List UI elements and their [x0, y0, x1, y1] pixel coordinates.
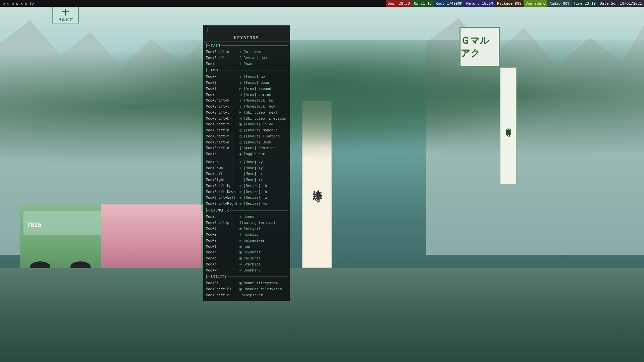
- kb-row: Mod+Shift+j ↓ [Movestack] down: [203, 104, 290, 110]
- search-input[interactable]: [205, 26, 288, 33]
- kb-row: Mod+Shift+f ▢ [Layout] Floating: [203, 133, 290, 139]
- kb-row: Mod+Shift+Down ⊕ [Resize] +h: [203, 189, 290, 195]
- tb-up: Up 21.15: [412, 0, 434, 7]
- logo-bottom: サルビア: [58, 17, 73, 22]
- kb-row: Mod+Shift+Left ⊕ [Resize] -w: [203, 195, 290, 201]
- ground: [0, 268, 644, 362]
- topbar-right: Down 28.38 Up 21.15 Root 174990M Memory …: [386, 0, 644, 7]
- tb-audio: Audio 80%: [547, 0, 572, 7]
- kb-row: Mod+Shift+q ⊕ Quit dwm: [203, 49, 290, 55]
- kb-row: Mod+c ▣ calcurse: [203, 255, 290, 261]
- train-pink: [101, 204, 201, 272]
- kb-row: Mod+Shift+d [Layout] Centered: [203, 145, 290, 151]
- kb-row: Mod+l ⊢ [Area] expand: [203, 86, 290, 92]
- kb-row: Mod+Shift+r C Restart dwm: [203, 55, 290, 61]
- background-scene: 7025 法浄寺 Ｇマルアク 西本販寺: [0, 7, 644, 362]
- foliage-overlay: [0, 40, 644, 174]
- section-launcher: LAUNCHER: [203, 207, 290, 214]
- tb-date: Date Sun-10/01/2021: [598, 0, 644, 7]
- kb-row: Mod+Shift+c Colorpicker: [203, 292, 290, 298]
- kb-row: Mod+t ▣ terminal: [203, 226, 290, 232]
- section-utility: UTILITY: [203, 273, 290, 280]
- kb-row: Mod+Up ↑ [Move] -y: [203, 159, 290, 165]
- kb-row: Mod+Down ↓ [Move] +y: [203, 165, 290, 171]
- logo-box: 十 サルビア: [52, 7, 79, 23]
- topbar-workspace: p u m p k o [D]: [0, 1, 39, 6]
- kb-row: Mod+f ▣ nnn: [203, 244, 290, 250]
- kb-row: Mod+Shift+Right ⊕ [Resize] +w: [203, 201, 290, 207]
- kb-row: Mod+Shift+d ▢ [Layout] Deck: [203, 139, 290, 145]
- vertical-sign: 西本販寺: [500, 67, 517, 184]
- kb-row: Mod+p ≡ dmenu: [203, 214, 290, 220]
- keybinds-panel: KEYBINDS MAIN Mod+Shift+q ⊕ Quit dwm Mod…: [203, 25, 290, 301]
- kb-row: Mod+b ◉ Toggle bar: [203, 151, 290, 157]
- kb-row: Mod+m ♪ ncmpcpp: [203, 232, 290, 238]
- store-sign: Ｇマルアク: [460, 27, 500, 67]
- tb-root: Root 174990M: [434, 0, 464, 7]
- kb-row: Mod+Shift+t ▣ [Layout] Tiled: [203, 121, 290, 127]
- kb-row: Mod+Shift+Up ⊕ [Resize] -h: [203, 183, 290, 189]
- kb-row: Mod+Shift+k ↑ [Movestack] up: [203, 98, 290, 104]
- section-dwm: DWM: [203, 67, 290, 74]
- kb-row: Mod+a ◎ pulsemixer: [203, 238, 290, 244]
- kb-row: Mod+j ↓ [Focus] down: [203, 80, 290, 86]
- tb-down: Down 28.38: [386, 0, 412, 7]
- kb-row: Mod+k ↑ [Focus] up: [203, 74, 290, 80]
- kb-row: Mod+d ⌨ StarDict: [203, 261, 290, 267]
- kb-row: Mod+F1 ▣ Mount filesystem: [203, 280, 290, 286]
- kb-row: Mod+Shift+l ⊢ [Shiftview] next: [203, 110, 290, 116]
- tb-package: Package 999: [495, 0, 524, 7]
- section-main: MAIN: [203, 42, 290, 49]
- kb-row: Mod+Right → [Move] +x: [203, 177, 290, 183]
- kb-row: Mod+Shift+h ⊣ [Shiftview] previous: [203, 116, 290, 122]
- tb-time: Time 23:19: [572, 0, 598, 7]
- kb-row: Mod+Left ← [Move] -x: [203, 171, 290, 177]
- keybinds-title: KEYBINDS: [203, 34, 290, 42]
- logo-top: 十: [58, 8, 73, 17]
- kb-row: Mod+Shift+F1 ▣ Unmount filesystem: [203, 286, 290, 292]
- tb-memory: Memory 1850M: [464, 0, 495, 7]
- kb-row: Mod+h ⊣ [Area] shrink: [203, 92, 290, 98]
- tb-upgrade: Upgrade 0: [524, 0, 548, 7]
- kb-row: Mod+q ⚡ Power: [203, 61, 290, 67]
- kb-row: Mod+w ⌨ Bookmark: [203, 267, 290, 274]
- kb-row: Mod+r ▣ newsboat: [203, 249, 290, 255]
- kb-row: Mod+Shift+m ▢ [Layout] Monocle: [203, 127, 290, 133]
- kb-row: Mod+Shift+p floating terminal: [203, 220, 290, 226]
- topbar: p u m p k o [D] Down 28.38 Up 21.15 Root…: [0, 0, 644, 7]
